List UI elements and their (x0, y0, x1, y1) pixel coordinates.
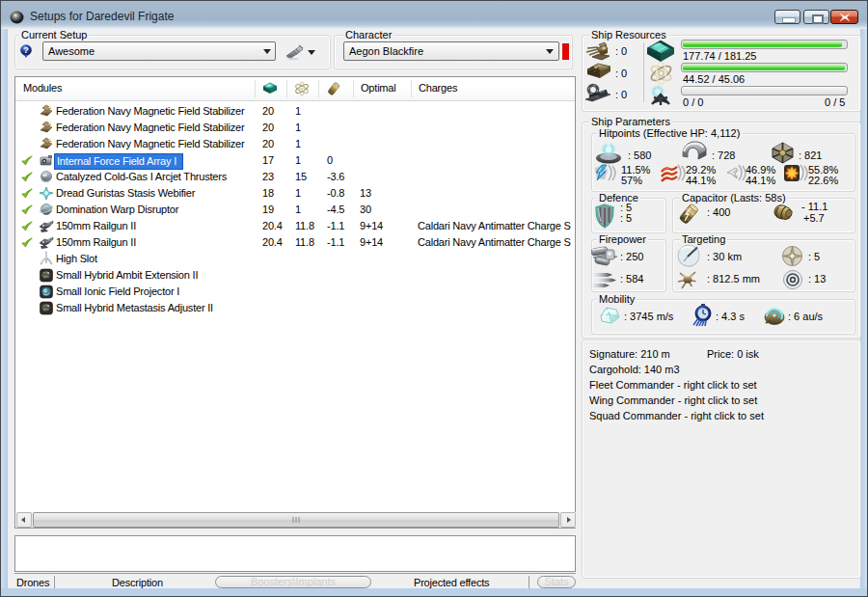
svg-text:?: ? (23, 45, 29, 55)
